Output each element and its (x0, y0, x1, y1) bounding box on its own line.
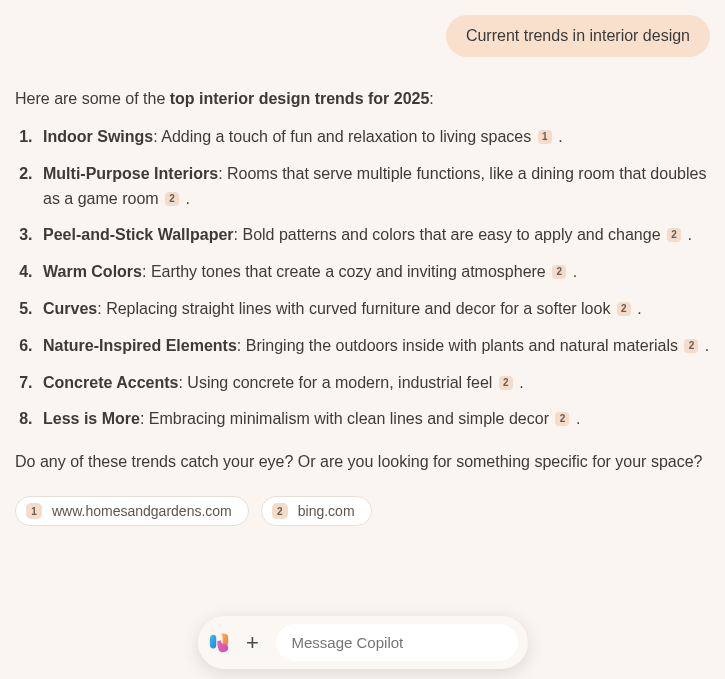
user-message-bubble: Current trends in interior design (446, 15, 710, 57)
citation-badge[interactable]: 2 (499, 376, 513, 390)
citation-badge[interactable]: 2 (684, 339, 698, 353)
trend-title: Concrete Accents (43, 374, 178, 391)
source-number: 2 (272, 503, 288, 519)
trends-list: Indoor Swings: Adding a touch of fun and… (15, 125, 710, 432)
message-input[interactable] (276, 624, 518, 661)
trend-title: Less is More (43, 410, 140, 427)
intro-bold: top interior design trends for 2025 (170, 90, 430, 107)
trend-item: Concrete Accents: Using concrete for a m… (37, 371, 710, 396)
composer: + (198, 616, 528, 669)
trend-desc: : Replacing straight lines with curved f… (97, 300, 610, 317)
trend-desc: : Earthy tones that create a cozy and in… (142, 263, 546, 280)
citation-badge[interactable]: 2 (552, 265, 566, 279)
source-chip[interactable]: 1www.homesandgardens.com (15, 496, 249, 526)
source-label: www.homesandgardens.com (52, 503, 232, 519)
trend-title: Curves (43, 300, 97, 317)
composer-area: + (0, 616, 725, 669)
intro-pre: Here are some of the (15, 90, 170, 107)
citation-badge[interactable]: 2 (555, 412, 569, 426)
citation-badge[interactable]: 2 (617, 302, 631, 316)
trend-item: Nature-Inspired Elements: Bringing the o… (37, 334, 710, 359)
citation-badge[interactable]: 1 (538, 130, 552, 144)
chat-view: Current trends in interior design Here a… (0, 0, 725, 526)
trend-item: Less is More: Embracing minimalism with … (37, 407, 710, 432)
trend-desc: : Adding a touch of fun and relaxation t… (153, 128, 531, 145)
add-button[interactable]: + (240, 630, 266, 656)
source-chip[interactable]: 2bing.com (261, 496, 372, 526)
trend-item: Indoor Swings: Adding a touch of fun and… (37, 125, 710, 150)
trend-desc: : Bold patterns and colors that are easy… (234, 226, 661, 243)
assistant-intro: Here are some of the top interior design… (15, 87, 710, 111)
trend-title: Indoor Swings (43, 128, 153, 145)
copilot-logo-icon (208, 632, 230, 654)
trend-item: Curves: Replacing straight lines with cu… (37, 297, 710, 322)
trend-title: Peel-and-Stick Wallpaper (43, 226, 234, 243)
assistant-outro: Do any of these trends catch your eye? O… (15, 450, 710, 474)
trend-item: Multi-Purpose Interiors: Rooms that serv… (37, 162, 710, 212)
sources-row: 1www.homesandgardens.com2bing.com (15, 496, 710, 526)
trend-title: Nature-Inspired Elements (43, 337, 237, 354)
intro-post: : (429, 90, 433, 107)
source-label: bing.com (298, 503, 355, 519)
citation-badge[interactable]: 2 (165, 192, 179, 206)
trend-desc: : Using concrete for a modern, industria… (178, 374, 492, 391)
trend-item: Warm Colors: Earthy tones that create a … (37, 260, 710, 285)
trend-item: Peel-and-Stick Wallpaper: Bold patterns … (37, 223, 710, 248)
citation-badge[interactable]: 2 (667, 228, 681, 242)
source-number: 1 (26, 503, 42, 519)
user-message-row: Current trends in interior design (15, 15, 710, 57)
trend-title: Warm Colors (43, 263, 142, 280)
trend-title: Multi-Purpose Interiors (43, 165, 218, 182)
trend-desc: : Embracing minimalism with clean lines … (140, 410, 549, 427)
trend-desc: : Bringing the outdoors inside with plan… (237, 337, 678, 354)
